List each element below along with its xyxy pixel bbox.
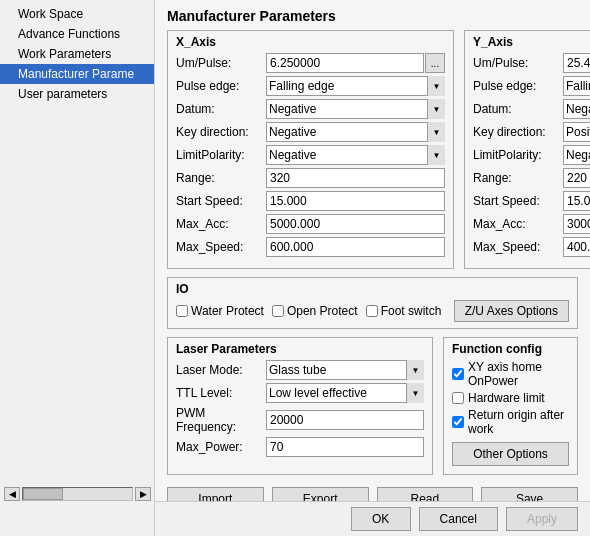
x-max-speed-input[interactable] [266,237,445,257]
x-um-pulse-input-group: ... [266,53,445,73]
y-max-acc-input[interactable] [563,214,590,234]
scroll-track [22,487,133,501]
foot-switch-label[interactable]: Foot switch [366,304,442,318]
apply-btn[interactable]: Apply [506,507,578,531]
xy-home-checkbox[interactable] [452,368,464,380]
scroll-right-arrow[interactable]: ▶ [135,487,151,501]
x-key-direction-select[interactable]: Negative Positive [266,122,445,142]
x-um-pulse-input[interactable] [266,53,424,73]
sidebar: Work Space Advance Functions Work Parame… [0,0,155,536]
ttl-level-label: TTL Level: [176,386,266,400]
zu-axes-options-btn[interactable]: Z/U Axes Options [454,300,569,322]
scroll-left-arrow[interactable]: ◀ [4,487,20,501]
y-key-direction-select-wrapper: Negative Positive ▼ [563,122,590,142]
xy-home-option[interactable]: XY axis home OnPower [452,360,569,388]
open-protect-label[interactable]: Open Protect [272,304,358,318]
y-key-direction-row: Key direction: Negative Positive ▼ [473,122,590,142]
x-max-acc-input[interactable] [266,214,445,234]
x-datum-select-wrapper: Negative Positive ▼ [266,99,445,119]
pwm-freq-input[interactable] [266,410,424,430]
sidebar-item-advance-functions[interactable]: Advance Functions [0,24,154,44]
foot-switch-checkbox[interactable] [366,305,378,317]
export-btn[interactable]: Export [272,487,369,501]
hardware-limit-checkbox[interactable] [452,392,464,404]
return-origin-checkbox[interactable] [452,416,464,428]
x-pulse-edge-label: Pulse edge: [176,79,266,93]
bottom-bar: OK Cancel Apply [155,501,590,536]
y-range-input[interactable] [563,168,590,188]
x-pulse-edge-select-wrapper: Falling edge Rising edge ▼ [266,76,445,96]
ttl-level-select[interactable]: Low level effective High level effective [266,383,424,403]
x-range-row: Range: [176,168,445,188]
max-power-input[interactable] [266,437,424,457]
y-datum-select[interactable]: Negative Positive [563,99,590,119]
x-datum-select[interactable]: Negative Positive [266,99,445,119]
x-max-speed-row: Max_Speed: [176,237,445,257]
y-start-speed-row: Start Speed: [473,191,590,211]
pwm-freq-row: PWM Frequency: [176,406,424,434]
x-key-direction-label: Key direction: [176,125,266,139]
sidebar-item-work-parameters[interactable]: Work Parameters [0,44,154,64]
y-limit-polarity-label: LimitPolarity: [473,148,563,162]
laser-mode-select-wrapper: Glass tube RF tube ▼ [266,360,424,380]
y-start-speed-input[interactable] [563,191,590,211]
y-limit-polarity-select-wrapper: Negative Positive ▼ [563,145,590,165]
x-pulse-edge-select[interactable]: Falling edge Rising edge [266,76,445,96]
y-pulse-edge-select-wrapper: Falling edge Rising edge ▼ [563,76,590,96]
open-protect-checkbox[interactable] [272,305,284,317]
x-limit-polarity-select[interactable]: Negative Positive [266,145,445,165]
y-datum-select-wrapper: Negative Positive ▼ [563,99,590,119]
laser-params-title: Laser Parameters [176,342,424,356]
x-start-speed-input[interactable] [266,191,445,211]
x-key-direction-row: Key direction: Negative Positive ▼ [176,122,445,142]
read-btn[interactable]: Read [377,487,474,501]
laser-mode-select[interactable]: Glass tube RF tube [266,360,424,380]
function-config-title: Function config [452,342,569,356]
laser-params-section: Laser Parameters Laser Mode: Glass tube … [167,337,433,475]
y-um-pulse-input[interactable] [563,53,590,73]
x-max-acc-row: Max_Acc: [176,214,445,234]
y-datum-label: Datum: [473,102,563,116]
y-max-speed-input[interactable] [563,237,590,257]
x-um-pulse-label: Um/Pulse: [176,56,266,70]
y-limit-polarity-select[interactable]: Negative Positive [563,145,590,165]
y-max-speed-row: Max_Speed: [473,237,590,257]
x-limit-polarity-label: LimitPolarity: [176,148,266,162]
y-key-direction-select[interactable]: Negative Positive [563,122,590,142]
sidebar-item-user-parameters[interactable]: User parameters [0,84,154,104]
return-origin-option[interactable]: Return origin after work [452,408,569,436]
y-axis-section: Y_Axis Um/Pulse: ... Pulse edge: Falling… [464,30,590,269]
y-pulse-edge-select[interactable]: Falling edge Rising edge [563,76,590,96]
y-max-acc-row: Max_Acc: [473,214,590,234]
x-max-speed-label: Max_Speed: [176,240,266,254]
water-protect-label[interactable]: Water Protect [176,304,264,318]
main-panel: Manufacturer Parameters X_Axis Um/Pulse:… [155,0,590,536]
function-config-section: Function config XY axis home OnPower Har… [443,337,578,475]
x-um-pulse-row: Um/Pulse: ... [176,53,445,73]
io-section: IO Water Protect Open Protect Foot switc… [167,277,578,329]
laser-mode-row: Laser Mode: Glass tube RF tube ▼ [176,360,424,380]
ttl-level-row: TTL Level: Low level effective High leve… [176,383,424,403]
x-um-pulse-dots-btn[interactable]: ... [425,53,445,73]
x-axis-title: X_Axis [176,35,445,49]
y-pulse-edge-label: Pulse edge: [473,79,563,93]
y-start-speed-label: Start Speed: [473,194,563,208]
import-btn[interactable]: Import [167,487,264,501]
y-um-pulse-label: Um/Pulse: [473,56,563,70]
io-row: Water Protect Open Protect Foot switch Z… [176,300,569,322]
x-limit-polarity-select-wrapper: Negative Positive ▼ [266,145,445,165]
save-btn[interactable]: Save [481,487,578,501]
x-axis-section: X_Axis Um/Pulse: ... Pulse edge: Falling… [167,30,454,269]
y-range-label: Range: [473,171,563,185]
y-axis-title: Y_Axis [473,35,590,49]
ok-btn[interactable]: OK [351,507,411,531]
y-range-row: Range: [473,168,590,188]
hardware-limit-option[interactable]: Hardware limit [452,391,569,405]
sidebar-item-manufacturer-params[interactable]: Manufacturer Parame [0,64,154,84]
sidebar-item-workspace[interactable]: Work Space [0,4,154,24]
x-range-input[interactable] [266,168,445,188]
main-body: X_Axis Um/Pulse: ... Pulse edge: Falling… [155,30,590,501]
water-protect-checkbox[interactable] [176,305,188,317]
other-options-btn[interactable]: Other Options [452,442,569,466]
cancel-btn[interactable]: Cancel [419,507,498,531]
